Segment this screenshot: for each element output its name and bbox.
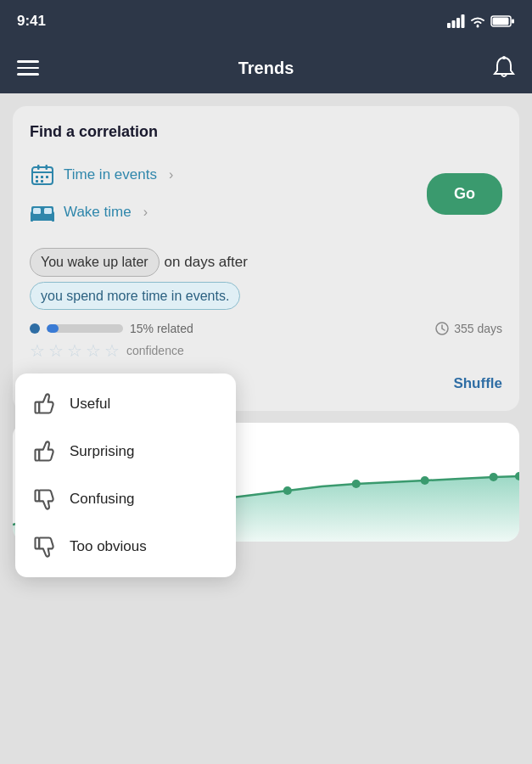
time-in-events-selector[interactable]: Time in events › xyxy=(30,156,410,194)
svg-point-32 xyxy=(283,486,292,495)
star-1[interactable]: ☆ xyxy=(30,340,45,361)
status-icons xyxy=(447,14,515,28)
dropdown-label-surprising: Surprising xyxy=(70,443,135,460)
star-3[interactable]: ☆ xyxy=(67,340,82,361)
related-text: 15% related xyxy=(130,322,193,335)
svg-rect-39 xyxy=(36,491,40,502)
svg-point-33 xyxy=(352,480,361,488)
battery-icon xyxy=(491,15,515,27)
wake-time-label: Wake time xyxy=(64,204,132,221)
svg-rect-12 xyxy=(46,165,48,170)
bell-icon[interactable] xyxy=(493,56,515,80)
svg-rect-40 xyxy=(36,538,40,549)
clock-icon xyxy=(435,322,449,335)
svg-point-34 xyxy=(421,476,429,485)
svg-rect-16 xyxy=(41,180,43,183)
svg-rect-21 xyxy=(33,208,41,214)
svg-rect-37 xyxy=(36,402,40,413)
svg-rect-22 xyxy=(44,208,52,214)
svg-rect-20 xyxy=(31,215,54,217)
insight-section: You wake up later on days after you spen… xyxy=(30,248,502,310)
insight-line-1: You wake up later on days after xyxy=(30,248,502,277)
thumbs-up-icon-useful xyxy=(32,392,56,416)
thumbs-down-icon-obvious xyxy=(32,535,56,559)
svg-rect-7 xyxy=(512,20,514,24)
correlation-card: Find a correlation xyxy=(13,106,519,411)
time-in-events-label: Time in events xyxy=(64,166,157,183)
dropdown-label-useful: Useful xyxy=(70,396,110,413)
svg-point-35 xyxy=(490,473,498,481)
progress-track xyxy=(47,324,123,333)
svg-point-8 xyxy=(502,56,506,59)
svg-rect-3 xyxy=(462,14,465,28)
wifi-icon xyxy=(469,15,486,28)
star-2[interactable]: ☆ xyxy=(48,340,64,361)
thumbs-down-icon-confusing xyxy=(32,487,56,511)
svg-rect-24 xyxy=(52,218,54,222)
progress-fill xyxy=(47,324,59,333)
svg-rect-17 xyxy=(46,176,48,178)
days-text: 355 days xyxy=(454,322,502,335)
main-content: Find a correlation xyxy=(0,93,532,764)
chevron-right-icon-2: › xyxy=(143,205,148,220)
signal-icon xyxy=(447,14,464,28)
shuffle-button[interactable]: Shuffle xyxy=(453,375,502,392)
svg-rect-2 xyxy=(456,18,460,28)
dropdown-item-confusing[interactable]: Confusing xyxy=(15,475,236,523)
chevron-right-icon-1: › xyxy=(169,167,173,183)
thumbs-up-icon-surprising xyxy=(32,440,56,463)
dropdown-menu: Useful Surprising Confusing Too obvious xyxy=(15,374,236,577)
status-time: 9:41 xyxy=(17,13,46,30)
dropdown-item-surprising[interactable]: Surprising xyxy=(15,428,236,475)
bed-icon xyxy=(30,200,55,224)
svg-rect-38 xyxy=(36,450,40,461)
dropdown-item-too-obvious[interactable]: Too obvious xyxy=(15,523,236,570)
svg-rect-23 xyxy=(31,218,33,222)
svg-rect-10 xyxy=(32,171,53,173)
menu-button[interactable] xyxy=(17,60,39,76)
dropdown-label-too-obvious: Too obvious xyxy=(70,538,147,555)
insight-pill-events: you spend more time in events. xyxy=(30,282,240,311)
card-title: Find a correlation xyxy=(30,123,502,141)
progress-section: 15% related xyxy=(30,322,193,335)
header: Trends xyxy=(0,42,532,93)
stars-row: ☆ ☆ ☆ ☆ ☆ confidence xyxy=(30,340,502,361)
dropdown-label-confusing: Confusing xyxy=(70,491,135,508)
star-4[interactable]: ☆ xyxy=(86,340,101,361)
svg-rect-1 xyxy=(452,20,456,28)
svg-rect-15 xyxy=(41,176,43,178)
insight-text-1: on days after xyxy=(165,250,248,273)
insight-line-2: you spend more time in events. xyxy=(30,282,502,311)
insight-pill-wake: You wake up later xyxy=(30,248,160,277)
svg-rect-0 xyxy=(447,23,451,28)
days-section: 355 days xyxy=(435,322,502,335)
svg-rect-13 xyxy=(36,176,38,178)
header-title: Trends xyxy=(238,59,294,78)
stats-row: 15% related 355 days xyxy=(30,322,502,335)
dropdown-item-useful[interactable]: Useful xyxy=(15,380,236,428)
calendar-icon xyxy=(30,163,55,187)
star-5[interactable]: ☆ xyxy=(104,340,120,361)
confidence-text: confidence xyxy=(126,344,184,357)
status-bar: 9:41 xyxy=(0,0,532,42)
svg-rect-6 xyxy=(493,18,509,25)
wake-time-selector[interactable]: Wake time › xyxy=(30,194,410,231)
svg-rect-14 xyxy=(36,180,38,183)
selectors-column: Time in events › xyxy=(30,156,410,231)
svg-rect-11 xyxy=(37,165,40,170)
svg-point-4 xyxy=(477,25,479,27)
go-button[interactable]: Go xyxy=(427,173,502,215)
progress-dot xyxy=(30,323,40,334)
selector-row: Time in events › xyxy=(30,156,502,231)
